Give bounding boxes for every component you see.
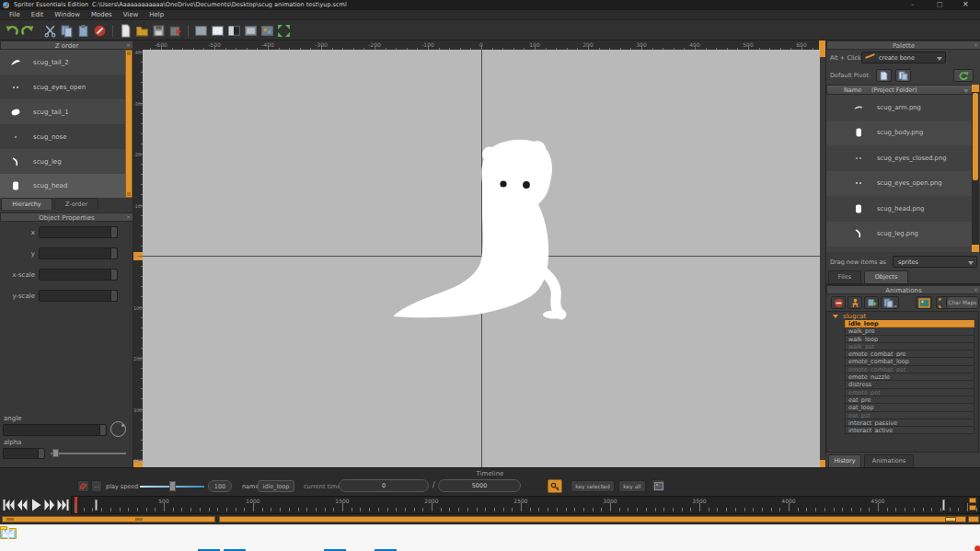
tab-hierarchy[interactable]: Hierarchy: [1, 198, 52, 210]
z-order-item[interactable]: scug_tail_2: [0, 50, 125, 75]
keyframe-marker[interactable]: [95, 499, 98, 511]
view-mode-2-icon[interactable]: [211, 24, 225, 38]
key-all-button[interactable]: key all: [618, 480, 646, 492]
timeline-left-scrollbar[interactable]: [2, 516, 215, 522]
copy-animation-button[interactable]: [881, 296, 899, 309]
undo-icon[interactable]: [5, 24, 18, 38]
x-scale-spinner[interactable]: [110, 270, 117, 280]
timeline-main-scrollbar[interactable]: [219, 516, 966, 522]
file-item[interactable]: scug_eyes_open.png: [826, 171, 972, 197]
save-icon[interactable]: [152, 24, 166, 38]
animation-length-field[interactable]: 5000: [438, 479, 521, 492]
tab-objects[interactable]: Objects: [864, 270, 908, 283]
play-speed-value[interactable]: 100: [208, 480, 232, 492]
paste-icon[interactable]: [76, 24, 90, 38]
animation-item[interactable]: emote_combat_pre: [845, 350, 974, 358]
timeline-bone-button[interactable]: [77, 480, 89, 492]
alpha-slider-track[interactable]: [51, 453, 126, 454]
view-mode-1-icon[interactable]: [194, 24, 208, 38]
animation-item[interactable]: walk_pre: [845, 327, 974, 335]
current-time-field[interactable]: 0: [339, 479, 429, 492]
file-list-scrollbar[interactable]: [972, 85, 979, 252]
z-order-item[interactable]: scug_leg: [0, 149, 125, 174]
animation-item[interactable]: interact_passive: [845, 419, 974, 427]
delete-animation-button[interactable]: [831, 296, 846, 309]
scroll-up-button[interactable]: [972, 85, 979, 92]
menu-file[interactable]: File: [4, 11, 26, 18]
file-item[interactable]: scug_arm.png: [826, 95, 972, 121]
tab-z-order[interactable]: Z-order: [54, 198, 98, 210]
scrollbar-up-arrow[interactable]: [127, 52, 131, 55]
angle-spinner[interactable]: [99, 425, 106, 435]
pivot-mode-2-button[interactable]: [895, 69, 911, 82]
z-order-item[interactable]: scug_head: [0, 174, 125, 198]
ruler-scroll-box[interactable]: [969, 498, 976, 503]
z-order-item[interactable]: scug_tail_1: [0, 99, 125, 124]
play-button[interactable]: [29, 497, 42, 513]
animation-item[interactable]: walk_loop: [845, 336, 974, 343]
close-icon[interactable]: ×: [974, 42, 978, 48]
keyframe-marker[interactable]: [942, 499, 945, 511]
tree-expander-icon[interactable]: [833, 315, 838, 318]
file-item[interactable]: scug_leg.png: [826, 222, 972, 247]
drag-new-dropdown[interactable]: sprites: [893, 256, 977, 268]
menu-edit[interactable]: Edit: [26, 11, 50, 18]
view-mode-5-icon[interactable]: [260, 24, 274, 38]
minimize-button[interactable]: –: [911, 2, 915, 8]
y-scale-spinner[interactable]: [110, 291, 117, 301]
timeline-ruler[interactable]: 50010001500200025003000350040004500: [71, 496, 980, 514]
y-spinner[interactable]: [110, 248, 117, 258]
animation-item[interactable]: emote_combat_loop: [845, 358, 974, 365]
animation-item[interactable]: eat_loop: [845, 404, 974, 411]
open-folder-icon[interactable]: [135, 24, 149, 38]
close-button[interactable]: ×: [963, 1, 969, 8]
scroll-handle[interactable]: [6, 518, 14, 521]
duplicate-animation-button[interactable]: [864, 296, 879, 309]
y-scale-field[interactable]: [39, 290, 118, 302]
close-icon[interactable]: ×: [126, 42, 131, 48]
z-order-item[interactable]: scug_nose: [0, 124, 125, 149]
alpha-slider-handle[interactable]: [52, 449, 59, 457]
animation-item[interactable]: interact_active: [845, 427, 974, 434]
next-frame-button[interactable]: [43, 497, 56, 513]
close-icon[interactable]: ×: [974, 287, 978, 293]
animation-item[interactable]: emote_pet: [845, 389, 974, 396]
animation-item[interactable]: eat_pst: [845, 412, 974, 419]
animation-name-value[interactable]: idle_loop: [258, 480, 294, 492]
play-speed-slider-handle[interactable]: [169, 481, 176, 491]
angle-field[interactable]: [3, 424, 107, 436]
scroll-down-button[interactable]: [972, 245, 979, 252]
slugcat-sprite[interactable]: [143, 50, 825, 467]
menu-view[interactable]: View: [118, 11, 144, 18]
menu-help[interactable]: Help: [144, 11, 169, 18]
animation-item[interactable]: emote_combat_pst: [845, 366, 974, 373]
copy-icon[interactable]: [60, 24, 74, 38]
tab-files[interactable]: Files: [828, 270, 861, 283]
fullscreen-icon[interactable]: [277, 24, 291, 38]
x-field[interactable]: [39, 226, 118, 238]
file-item-partial[interactable]: [826, 247, 972, 252]
animation-item[interactable]: idle_loop: [845, 320, 974, 327]
tab-animations[interactable]: Animations: [864, 454, 914, 467]
x-spinner[interactable]: [110, 227, 117, 237]
y-field[interactable]: [39, 247, 118, 259]
alpha-spinner[interactable]: [38, 449, 44, 458]
alpha-field[interactable]: [3, 448, 45, 459]
animation-item[interactable]: walk_pst: [845, 343, 974, 350]
view-mode-4-icon[interactable]: [244, 24, 258, 38]
skip-to-end-button[interactable]: [57, 497, 70, 513]
key-selected-button[interactable]: key selected: [571, 480, 615, 492]
animation-item[interactable]: distress: [845, 381, 974, 388]
file-item[interactable]: scug_eyes_closed.png: [826, 145, 972, 171]
timeline-scroll-corner[interactable]: [968, 516, 979, 522]
animation-item[interactable]: emote_nuzzle: [845, 373, 974, 381]
new-animation-button[interactable]: [847, 296, 862, 309]
alt-click-dropdown[interactable]: create bone: [861, 52, 946, 63]
scroll-handle[interactable]: [135, 518, 143, 521]
previous-frame-button[interactable]: [16, 497, 29, 513]
skip-to-start-button[interactable]: [2, 497, 15, 513]
scrollbar-thumb[interactable]: [945, 517, 956, 522]
char-maps-button[interactable]: Char Maps: [946, 296, 979, 309]
file-list-header[interactable]: Name (Project Folder): [826, 85, 974, 95]
tab-history[interactable]: History: [828, 454, 861, 467]
